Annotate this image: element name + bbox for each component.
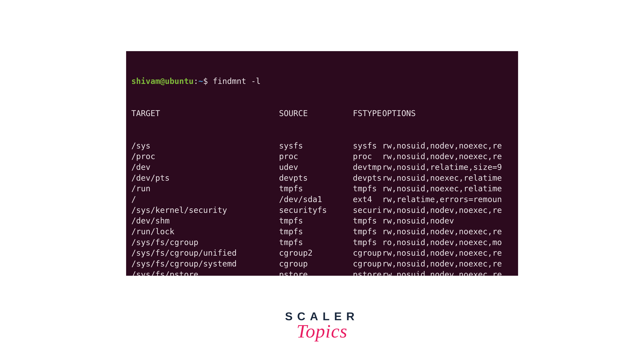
table-row: /sys/fs/cgrouptmpfstmpfsro,nosuid,nodev,… (132, 237, 513, 248)
rows-container: /syssysfssysfsrw,nosuid,nodev,noexec,re/… (132, 140, 513, 276)
header-fstype: FSTYPE (353, 108, 382, 119)
cell-options: ro,nosuid,nodev,noexec,mo (382, 237, 502, 248)
cell-source: cgroup (279, 258, 353, 269)
cell-options: rw,nosuid,nodev,noexec,re (382, 258, 502, 269)
cell-fstype: tmpfs (353, 237, 382, 248)
cell-target: /sys/fs/cgroup (132, 237, 279, 248)
cell-source: sysfs (279, 140, 353, 151)
table-row: /procprocprocrw,nosuid,nodev,noexec,re (132, 151, 513, 162)
cell-source: devpts (279, 173, 353, 184)
cell-source: udev (279, 162, 353, 173)
header-target: TARGET (132, 108, 279, 119)
cell-options: rw,nosuid,nodev (382, 216, 454, 226)
command-text: findmnt -l (213, 76, 260, 86)
cell-fstype: cgroup (353, 258, 382, 269)
cell-target: /sys (132, 140, 279, 151)
cell-source: pstore (279, 269, 353, 276)
table-row: /sys/kernel/securitysecurityfssecurirw,n… (132, 205, 513, 216)
cell-target: /dev/pts (132, 173, 279, 184)
cell-options: rw,nosuid,nodev,noexec,re (382, 151, 502, 162)
cell-fstype: devtmp (353, 162, 382, 173)
terminal-window[interactable]: shivam@ubuntu:~$ findmnt -l TARGETSOURCE… (126, 51, 518, 276)
prompt-sep1: : (194, 76, 198, 86)
header-source: SOURCE (279, 108, 353, 119)
cell-options: rw,nosuid,nodev,noexec,re (382, 269, 502, 276)
cell-target: /dev/shm (132, 216, 279, 226)
cell-target: /proc (132, 151, 279, 162)
cell-target: /dev (132, 162, 279, 173)
cell-fstype: devpts (353, 173, 382, 184)
cell-fstype: sysfs (353, 140, 382, 151)
cell-source: tmpfs (279, 237, 353, 248)
cell-options: rw,nosuid,noexec,relatime (382, 173, 502, 184)
table-row: /runtmpfstmpfsrw,nosuid,noexec,relatime (132, 183, 513, 194)
cell-fstype: pstore (353, 269, 382, 276)
cell-source: cgroup2 (279, 248, 353, 258)
table-row: //dev/sda1ext4rw,relatime,errors=remoun (132, 194, 513, 205)
header-row: TARGETSOURCEFSTYPEOPTIONS (132, 108, 513, 119)
cell-fstype: ext4 (353, 194, 382, 205)
table-row: /sys/fs/pstorepstorepstorerw,nosuid,node… (132, 269, 513, 276)
prompt-sep2: $ (203, 76, 213, 86)
cell-target: /sys/kernel/security (132, 205, 279, 216)
logo: SCALER Topics (285, 310, 359, 342)
cell-target: /sys/fs/pstore (132, 269, 279, 276)
table-row: /dev/shmtmpfstmpfsrw,nosuid,nodev (132, 216, 513, 226)
cell-options: rw,nosuid,noexec,relatime (382, 183, 502, 194)
cell-fstype: securi (353, 205, 382, 216)
table-row: /sys/fs/cgroup/unifiedcgroup2cgrouprw,no… (132, 248, 513, 258)
cell-target: /sys/fs/cgroup/unified (132, 248, 279, 258)
table-row: /run/locktmpfstmpfsrw,nosuid,nodev,noexe… (132, 226, 513, 237)
cell-source: proc (279, 151, 353, 162)
cell-options: rw,relatime,errors=remoun (382, 194, 502, 205)
cell-fstype: proc (353, 151, 382, 162)
logo-sub: Topics (285, 320, 359, 342)
cell-options: rw,nosuid,nodev,noexec,re (382, 226, 502, 237)
cell-options: rw,nosuid,nodev,noexec,re (382, 248, 502, 258)
cell-fstype: cgroup (353, 248, 382, 258)
prompt-path: ~ (198, 76, 203, 86)
cell-source: tmpfs (279, 226, 353, 237)
cell-source: /dev/sda1 (279, 194, 353, 205)
header-options: OPTIONS (382, 108, 416, 119)
cell-target: /sys/fs/cgroup/systemd (132, 258, 279, 269)
prompt-line[interactable]: shivam@ubuntu:~$ findmnt -l (132, 76, 513, 87)
table-row: /syssysfssysfsrw,nosuid,nodev,noexec,re (132, 140, 513, 151)
cell-source: tmpfs (279, 216, 353, 226)
cell-target: / (132, 194, 279, 205)
table-row: /devudevdevtmprw,nosuid,relatime,size=9 (132, 162, 513, 173)
cell-target: /run/lock (132, 226, 279, 237)
cell-source: tmpfs (279, 183, 353, 194)
cell-target: /run (132, 183, 279, 194)
table-row: /sys/fs/cgroup/systemdcgroupcgrouprw,nos… (132, 258, 513, 269)
table-row: /dev/ptsdevptsdevptsrw,nosuid,noexec,rel… (132, 173, 513, 184)
cell-fstype: tmpfs (353, 216, 382, 226)
cell-fstype: tmpfs (353, 183, 382, 194)
prompt-user: shivam@ubuntu (132, 76, 194, 86)
cell-source: securityfs (279, 205, 353, 216)
cell-options: rw,nosuid,nodev,noexec,re (382, 140, 502, 151)
cell-options: rw,nosuid,nodev,noexec,re (382, 205, 502, 216)
cell-fstype: tmpfs (353, 226, 382, 237)
cell-options: rw,nosuid,relatime,size=9 (382, 162, 502, 173)
